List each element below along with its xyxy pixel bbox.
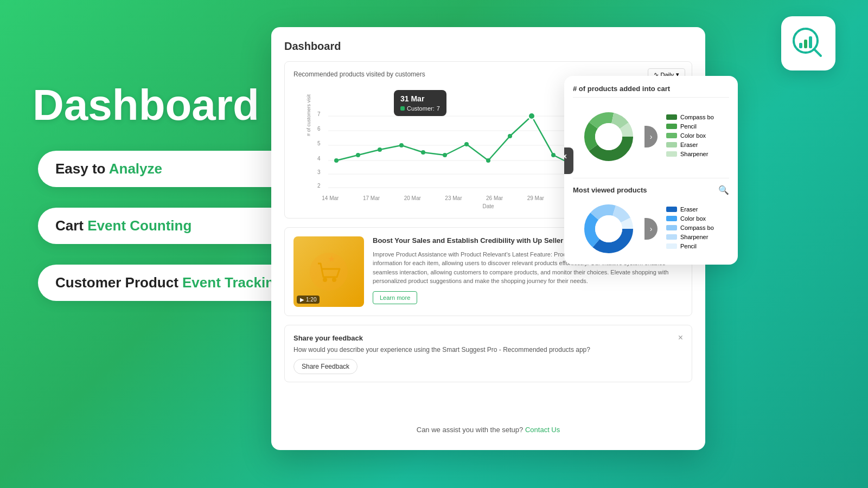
legend2-label-compass: Compass bo: [680, 224, 714, 231]
page-title: Dashboard: [33, 81, 293, 129]
legend-color-eraser: [666, 142, 677, 147]
legend-item-colorbox: Color box: [666, 132, 714, 139]
tooltip-customer: Customer: 7: [400, 105, 440, 112]
svg-point-51: [595, 215, 622, 242]
tooltip-dot: [400, 106, 405, 111]
customer-prefix: Customer Product: [55, 274, 182, 291]
cart-prefix: Cart: [55, 217, 87, 234]
svg-point-45: [595, 123, 622, 150]
svg-point-26: [486, 158, 490, 163]
svg-rect-2: [804, 40, 807, 48]
chart-tooltip: 31 Mar Customer: 7: [394, 90, 446, 116]
donut-legend-1: Compass bo Pencil Color box Eraser Sharp…: [666, 114, 714, 160]
tooltip-customer-value: 7: [437, 105, 440, 112]
legend-color-compass: [666, 114, 677, 120]
legend-color-colorbox: [666, 133, 677, 138]
app-logo-icon: [781, 16, 835, 70]
feedback-title: Share your feedback: [293, 334, 363, 342]
most-viewed-section: Most viewed products 🔍 Eraser 12: [573, 178, 729, 256]
dashboard-header: Dashboard: [284, 40, 692, 53]
play-icon: ▶: [300, 297, 304, 303]
legend2-color-eraser: [666, 207, 677, 212]
legend-label-eraser: Eraser: [680, 142, 698, 148]
svg-point-29: [551, 153, 556, 157]
right-panel: # of products added into cart Compass Bo…: [564, 76, 738, 265]
event-tracking-text: Event Tracking: [182, 274, 283, 291]
compass-name: Compass Box: [564, 152, 567, 160]
svg-point-38: [332, 278, 336, 282]
legend-item-eraser: Eraser: [666, 142, 714, 148]
svg-point-23: [421, 150, 425, 155]
legend2-color-sharpener: [666, 234, 677, 240]
svg-point-25: [464, 142, 469, 146]
cart-event-pill: Cart Event Counting: [38, 208, 293, 244]
svg-point-21: [378, 147, 382, 152]
legend-color-sharpener: [666, 151, 677, 157]
video-duration-badge: ▶ 1:20: [297, 296, 320, 304]
contact-us-link[interactable]: Contact Us: [525, 426, 560, 434]
feedback-header: Share your feedback ×: [293, 333, 683, 343]
legend-label-pencil: Pencil: [680, 123, 697, 130]
svg-text:7: 7: [317, 111, 321, 117]
svg-point-35: [528, 113, 535, 119]
tooltip-date: 31 Mar: [400, 94, 440, 103]
promo-image: ★ ▶ 1:20: [293, 236, 364, 307]
legend2-item-sharpener: Sharpener: [666, 234, 714, 240]
legend2-color-compass: [666, 225, 677, 230]
svg-text:4: 4: [317, 156, 321, 162]
svg-point-22: [399, 143, 404, 147]
legend2-item-compass: Compass bo: [666, 224, 714, 231]
search-icon[interactable]: 🔍: [718, 185, 729, 195]
svg-text:2: 2: [317, 183, 321, 189]
close-icon[interactable]: ×: [678, 333, 683, 343]
easy-analyze-pill: Easy to Analyze: [38, 151, 293, 187]
svg-line-4: [814, 49, 821, 56]
legend2-label-colorbox: Color box: [680, 215, 706, 222]
svg-point-24: [443, 153, 447, 157]
legend-item-sharpener: Sharpener: [666, 151, 714, 157]
analyze-text: Analyze: [109, 160, 162, 177]
share-feedback-button[interactable]: Share Feedback: [293, 359, 358, 374]
easy-prefix: Easy to: [55, 160, 109, 177]
donut-chart-svg-2: [582, 202, 636, 256]
customer-tracking-pill: Customer Product Event Tracking: [38, 265, 293, 301]
duration-text: 1:20: [306, 297, 316, 303]
setup-text: Can we assist you with the setup?: [417, 426, 524, 434]
feedback-section: Share your feedback × How would you desc…: [284, 325, 692, 382]
svg-point-37: [323, 278, 327, 282]
legend2-item-colorbox: Color box: [666, 215, 714, 222]
legend-label-colorbox: Color box: [680, 132, 706, 139]
svg-rect-1: [799, 43, 802, 48]
legend2-label-pencil: Pencil: [680, 243, 697, 249]
svg-text:# of customers visit: # of customers visit: [306, 94, 311, 136]
legend-item-compass: Compass bo: [666, 114, 714, 120]
tooltip-customer-label: Customer:: [407, 105, 435, 112]
footer-text: Can we assist you with the setup? Contac…: [271, 426, 705, 434]
donut-chart-area-1: Compass Box 25 ›: [573, 104, 729, 169]
svg-point-20: [356, 153, 360, 157]
donut-chart-svg-1: [582, 110, 636, 164]
donut-next-arrow-1[interactable]: ›: [644, 126, 658, 147]
legend2-label-eraser: Eraser: [680, 206, 698, 213]
svg-text:★: ★: [328, 254, 335, 264]
donut-chart-area-2: Eraser 12 ›: [573, 202, 729, 256]
legend-label-compass: Compass bo: [680, 114, 714, 120]
compass-tooltip: Compass Box 25: [564, 147, 573, 174]
legend2-color-colorbox: [666, 216, 677, 221]
donut-next-arrow-2[interactable]: ›: [644, 218, 658, 240]
feedback-question: How would you describe your experience u…: [293, 346, 683, 354]
learn-more-button[interactable]: Learn more: [373, 291, 417, 304]
most-viewed-title: Most viewed products: [573, 186, 647, 194]
legend2-item-pencil: Pencil: [666, 243, 714, 249]
cart-panel-title: # of products added into cart: [573, 85, 729, 98]
event-counting-text: Event Counting: [87, 217, 192, 234]
svg-point-27: [508, 134, 512, 138]
svg-point-19: [334, 158, 339, 163]
svg-text:6: 6: [317, 126, 321, 132]
legend-label-sharpener: Sharpener: [680, 151, 708, 157]
legend2-color-pencil: [666, 243, 677, 249]
legend2-label-sharpener: Sharpener: [680, 234, 708, 240]
legend2-item-eraser: Eraser: [666, 206, 714, 213]
donut-legend-2: Eraser Color box Compass bo Sharpener Pe…: [666, 206, 714, 252]
legend-item-pencil: Pencil: [666, 123, 714, 130]
